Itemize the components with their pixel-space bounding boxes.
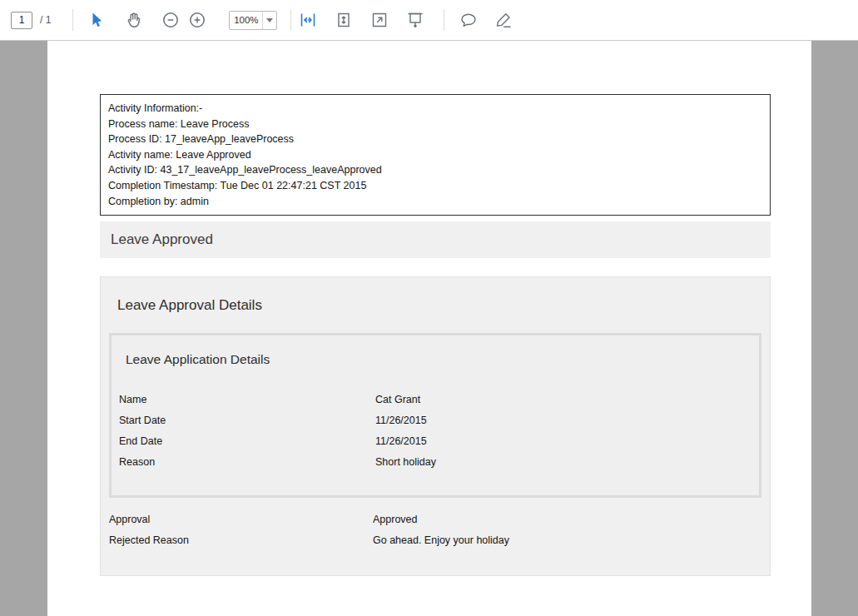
field-value: Short holiday [375,456,436,468]
field-row: End Date 11/26/2015 [112,430,759,451]
field-row: Name Cat Grant [112,389,759,410]
approval-fields: Approval Approved Rejected Reason Go ahe… [101,509,770,550]
presentation-mode-icon [405,10,425,30]
fit-width-button[interactable] [295,7,321,33]
zoom-level-select[interactable]: 100% [229,11,277,30]
zoom-out-icon [161,10,181,30]
page-number-input[interactable] [11,12,32,29]
activity-info-line: Activity name: Leave Approved [108,147,762,163]
section-heading: Leave Approved [111,231,213,248]
toolbar-divider [72,9,73,31]
actual-size-icon [369,10,389,30]
field-label: Name [119,394,375,405]
zoom-level-value: 100% [230,12,262,29]
zoom-dropdown-caret[interactable] [262,12,276,29]
activity-info-line: Completion by: admin [108,194,762,210]
actual-size-button[interactable] [366,7,393,33]
activity-info-line: Process name: Leave Process [108,117,762,132]
field-value: Approved [373,514,418,525]
field-row: Start Date 11/26/2015 [112,410,759,430]
hand-pan-button[interactable] [121,7,147,33]
field-label: Rejected Reason [109,534,373,546]
fit-width-icon [298,10,318,30]
toolbar-divider [290,9,291,31]
field-value: 11/26/2015 [375,435,427,447]
activity-info-line: Process ID: 17_leaveApp_leaveProcess [108,132,762,147]
highlight-icon [493,10,513,30]
pdf-viewer-window: / 1 100% [0,0,858,616]
activity-info-line: Activity ID: 43_17_leaveApp_leaveProcess… [108,162,762,178]
leave-application-details-panel: Leave Application Details Name Cat Grant… [109,333,761,498]
field-row: Reason Short holiday [112,451,759,472]
presentation-mode-button[interactable] [402,7,429,33]
field-label: Approval [109,514,373,525]
hand-pan-icon [124,10,144,30]
page-total-label: / 1 [40,14,51,26]
select-cursor-icon [87,10,107,30]
activity-info-line: Activity Information:- [108,101,762,117]
section-heading-band: Leave Approved [100,221,771,258]
viewer-toolbar: / 1 100% [0,0,858,41]
field-label: Start Date [119,415,375,426]
toolbar-divider [444,9,444,31]
field-value: 11/26/2015 [375,415,427,426]
panel-title: Leave Approval Details [101,277,770,314]
zoom-out-button[interactable] [157,7,184,33]
panel-title: Leave Application Details [112,335,759,367]
field-label: Reason [119,456,375,468]
chevron-down-icon [266,18,273,22]
field-value: Go ahead. Enjoy your holiday [373,534,509,546]
fit-height-icon [334,10,354,30]
zoom-in-icon [187,10,207,30]
activity-information-box: Activity Information:- Process name: Lea… [100,94,771,216]
fit-height-button[interactable] [330,7,357,33]
activity-info-line: Completion Timestamp: Tue Dec 01 22:47:2… [108,178,762,194]
highlight-button[interactable] [490,7,517,33]
field-row: Rejected Reason Go ahead. Enjoy your hol… [101,529,770,550]
comment-button[interactable] [455,7,482,33]
document-page[interactable]: Activity Information:- Process name: Lea… [47,41,811,616]
leave-approval-details-panel: Leave Approval Details Leave Application… [100,276,771,576]
zoom-in-button[interactable] [184,7,211,33]
field-value: Cat Grant [375,394,420,405]
application-fields: Name Cat Grant Start Date 11/26/2015 End… [112,389,759,472]
field-row: Approval Approved [101,509,770,529]
comment-icon [459,10,479,30]
field-label: End Date [119,435,375,447]
select-cursor-button[interactable] [83,7,110,33]
